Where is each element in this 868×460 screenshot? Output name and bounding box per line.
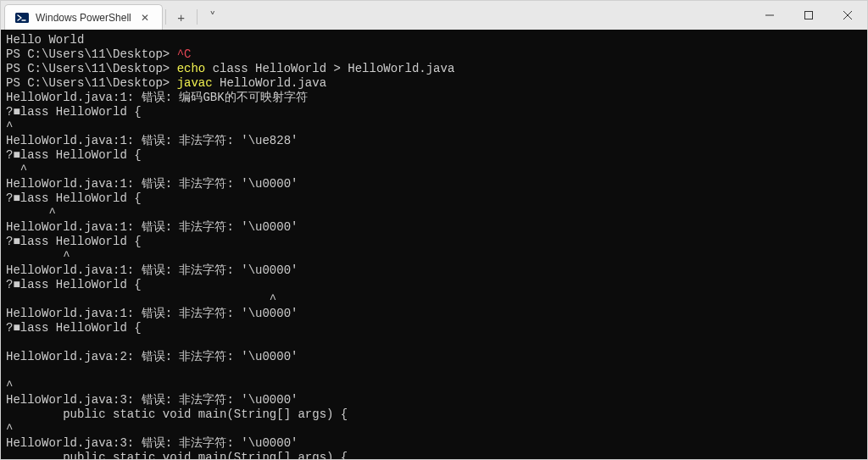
terminal-text: PS C:\Users\11\Desktop> bbox=[6, 62, 177, 75]
terminal-line: PS C:\Users\11\Desktop> javac HelloWorld… bbox=[6, 76, 862, 91]
terminal-line: PS C:\Users\11\Desktop> ^C bbox=[6, 47, 862, 62]
terminal-line: ^ bbox=[6, 206, 862, 220]
terminal-line: HelloWorld.java:3: 错误: 非法字符: '\u0000' bbox=[6, 393, 862, 407]
terminal-line: HelloWorld.java:3: 错误: 非法字符: '\u0000' bbox=[6, 436, 862, 451]
terminal-text: HelloWorld.java:1: 错误: 非法字符: '\u0000' bbox=[6, 263, 298, 277]
terminal-text: class HelloWorld > HelloWorld.java bbox=[205, 62, 454, 75]
maximize-button[interactable] bbox=[789, 1, 828, 30]
terminal-output[interactable]: Hello WorldPS C:\Users\11\Desktop> ^CPS … bbox=[1, 30, 867, 459]
terminal-text: ^ bbox=[6, 379, 13, 392]
powershell-icon bbox=[15, 11, 29, 25]
terminal-text: HelloWorld.java:3: 错误: 非法字符: '\u0000' bbox=[6, 393, 298, 407]
terminal-line: ^ bbox=[6, 163, 862, 177]
titlebar[interactable]: Windows PowerShell ✕ + ˅ bbox=[1, 1, 867, 30]
terminal-line: ?■lass HelloWorld { bbox=[6, 105, 862, 119]
terminal-line: ?■lass HelloWorld { bbox=[6, 321, 862, 335]
app-window: Windows PowerShell ✕ + ˅ Hello WorldPS C… bbox=[0, 0, 868, 460]
terminal-text: HelloWorld.java:1: 错误: 非法字符: '\u0000' bbox=[6, 220, 298, 234]
terminal-text: ^ bbox=[6, 119, 13, 133]
terminal-line: ^ bbox=[6, 422, 862, 436]
terminal-line: HelloWorld.java:1: 错误: 非法字符: '\u0000' bbox=[6, 263, 862, 278]
terminal-text: HelloWorld.java:3: 错误: 非法字符: '\u0000' bbox=[6, 436, 298, 450]
close-button[interactable] bbox=[828, 1, 867, 30]
terminal-text: echo bbox=[177, 62, 206, 75]
terminal-line: ?■lass HelloWorld { bbox=[6, 148, 862, 163]
terminal-text: ?■lass HelloWorld { bbox=[6, 148, 142, 162]
terminal-line: ?■lass HelloWorld { bbox=[6, 278, 862, 292]
terminal-line: ?■lass HelloWorld { bbox=[6, 191, 862, 206]
terminal-line: ^ bbox=[6, 249, 862, 263]
terminal-text: Hello World bbox=[6, 33, 84, 47]
terminal-line: HelloWorld.java:1: 错误: 非法字符: '\u0000' bbox=[6, 177, 862, 191]
terminal-line bbox=[6, 335, 862, 350]
terminal-text: HelloWorld.java:1: 错误: 非法字符: '\ue828' bbox=[6, 134, 298, 147]
tabstrip-divider bbox=[165, 9, 166, 25]
terminal-text: javac bbox=[177, 76, 213, 90]
terminal-line: ^ bbox=[6, 119, 862, 134]
tab-dropdown-button[interactable]: ˅ bbox=[200, 4, 225, 30]
terminal-text: ^ bbox=[6, 163, 27, 176]
terminal-text: HelloWorld.java:2: 错误: 非法字符: '\u0000' bbox=[6, 350, 298, 363]
terminal-text: ^C bbox=[177, 47, 192, 61]
terminal-line: HelloWorld.java:2: 错误: 非法字符: '\u0000' bbox=[6, 350, 862, 364]
terminal-line: ^ bbox=[6, 292, 862, 307]
terminal-text: HelloWorld.java bbox=[213, 76, 326, 90]
terminal-line: public static void main(String[] args) { bbox=[6, 451, 862, 459]
tab-close-button[interactable]: ✕ bbox=[138, 11, 152, 25]
terminal-text: public static void main(String[] args) { bbox=[6, 451, 348, 459]
terminal-text: ^ bbox=[6, 206, 56, 219]
terminal-line: ?■lass HelloWorld { bbox=[6, 235, 862, 249]
terminal-text: ?■lass HelloWorld { bbox=[6, 105, 142, 119]
terminal-text: ?■lass HelloWorld { bbox=[6, 235, 142, 248]
minimize-button[interactable] bbox=[750, 1, 789, 30]
terminal-line: ^ bbox=[6, 379, 862, 393]
terminal-text: HelloWorld.java:1: 错误: 编码GBK的不可映射字符 bbox=[6, 91, 308, 104]
tabstrip-divider bbox=[197, 9, 198, 25]
terminal-line: HelloWorld.java:1: 错误: 非法字符: '\ue828' bbox=[6, 134, 862, 148]
tab-title: Windows PowerShell bbox=[36, 12, 131, 24]
terminal-line bbox=[6, 364, 862, 379]
tab-powershell[interactable]: Windows PowerShell ✕ bbox=[4, 4, 163, 30]
terminal-text: PS C:\Users\11\Desktop> bbox=[6, 76, 177, 90]
terminal-text: HelloWorld.java:1: 错误: 非法字符: '\u0000' bbox=[6, 307, 298, 320]
terminal-line: public static void main(String[] args) { bbox=[6, 407, 862, 422]
terminal-text: HelloWorld.java:1: 错误: 非法字符: '\u0000' bbox=[6, 177, 298, 191]
terminal-text: PS C:\Users\11\Desktop> bbox=[6, 47, 177, 61]
terminal-text: ?■lass HelloWorld { bbox=[6, 278, 142, 291]
terminal-line: PS C:\Users\11\Desktop> echo class Hello… bbox=[6, 62, 862, 76]
terminal-text: ^ bbox=[6, 292, 276, 306]
terminal-line: HelloWorld.java:1: 错误: 编码GBK的不可映射字符 bbox=[6, 91, 862, 105]
terminal-line: Hello World bbox=[6, 33, 862, 47]
svg-rect-3 bbox=[805, 12, 813, 19]
terminal-text: ^ bbox=[6, 249, 70, 263]
terminal-line: HelloWorld.java:1: 错误: 非法字符: '\u0000' bbox=[6, 307, 862, 321]
window-controls bbox=[750, 1, 867, 30]
terminal-text: public static void main(String[] args) { bbox=[6, 407, 348, 421]
terminal-line: HelloWorld.java:1: 错误: 非法字符: '\u0000' bbox=[6, 220, 862, 235]
terminal-text: ?■lass HelloWorld { bbox=[6, 321, 142, 335]
terminal-text: ?■lass HelloWorld { bbox=[6, 191, 142, 205]
svg-rect-0 bbox=[15, 13, 29, 23]
new-tab-button[interactable]: + bbox=[169, 4, 194, 30]
tabstrip: Windows PowerShell ✕ + ˅ bbox=[1, 1, 225, 30]
terminal-text: ^ bbox=[6, 422, 13, 435]
